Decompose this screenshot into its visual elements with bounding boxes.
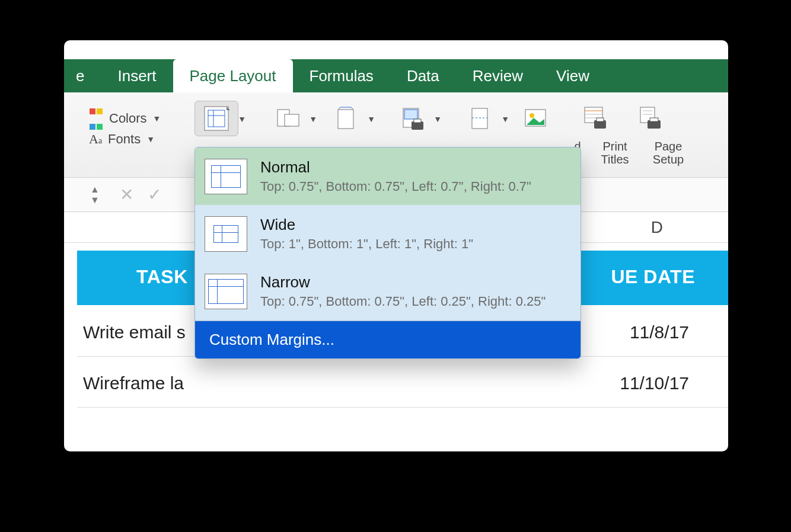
chevron-down-icon: ▼ [501, 114, 509, 124]
orientation-button[interactable]: ▼ [266, 101, 310, 136]
margins-option-wide[interactable]: Wide Top: 1", Bottom: 1", Left: 1", Righ… [195, 205, 581, 262]
header-due-date: UE DATE [611, 266, 695, 288]
margins-option-normal[interactable]: Normal Top: 0.75", Bottom: 0.75", Left: … [195, 148, 581, 205]
tab-page-layout[interactable]: Page Layout [173, 59, 293, 92]
svg-rect-25 [650, 118, 658, 121]
tab-view[interactable]: View [540, 59, 606, 92]
table-row[interactable]: Wireframe la 11/10/17 [77, 359, 728, 408]
svg-point-14 [530, 113, 534, 118]
chevron-down-icon: ▼ [433, 114, 442, 124]
margins-option-custom[interactable]: Custom Margins... [195, 321, 581, 358]
cancel-entry-icon[interactable]: ✕ [120, 185, 133, 204]
option-title: Wide [260, 216, 473, 234]
svg-rect-8 [404, 110, 417, 119]
breaks-button[interactable]: ▼ [458, 101, 502, 136]
fonts-label: Fonts [108, 132, 141, 147]
tab-insert[interactable]: Insert [101, 59, 173, 92]
colors-label: Colors [109, 111, 147, 126]
print-titles-icon [581, 105, 608, 132]
page-setup-icon [636, 105, 663, 132]
tab-formulas[interactable]: Formulas [293, 59, 390, 92]
print-titles-label: Print Titles [588, 140, 642, 166]
svg-rect-6 [338, 110, 353, 129]
svg-rect-20 [597, 118, 604, 121]
margins-narrow-icon [205, 274, 247, 309]
margins-icon [203, 105, 230, 132]
chevron-down-icon: ▼ [146, 134, 155, 144]
fonts-icon: Aa [89, 132, 102, 147]
colors-icon [89, 103, 103, 134]
confirm-entry-icon[interactable]: ✓ [148, 185, 161, 204]
print-area-button[interactable]: ▼ [390, 101, 434, 136]
ribbon-tabs: e Insert Page Layout Formulas Data Revie… [64, 59, 728, 92]
option-title: Normal [260, 158, 531, 177]
breaks-icon [466, 105, 493, 132]
option-sub: Top: 0.75", Bottom: 0.75", Left: 0.7", R… [260, 179, 531, 194]
chevron-down-icon: ▼ [153, 114, 161, 123]
margins-normal-icon [205, 159, 247, 194]
option-title: Narrow [260, 273, 546, 291]
app-window: e Insert Page Layout Formulas Data Revie… [64, 40, 728, 451]
svg-rect-5 [285, 114, 299, 126]
background-button[interactable] [513, 101, 557, 136]
size-icon [332, 105, 359, 132]
print-titles-button[interactable] [573, 101, 617, 136]
cell-due[interactable]: 11/8/17 [630, 322, 689, 342]
theme-colors-button[interactable]: Colors ▼ [89, 103, 161, 134]
chevron-down-icon: ▼ [309, 114, 317, 124]
tab-review[interactable]: Review [456, 59, 540, 92]
row-stepper[interactable]: ▲▼ [82, 184, 108, 206]
cell-task[interactable]: Write email s [83, 322, 186, 342]
page-setup-button[interactable] [627, 101, 671, 136]
orientation-icon [274, 105, 301, 132]
svg-rect-10 [414, 119, 421, 123]
size-button[interactable]: ▼ [324, 101, 368, 136]
picture-icon [522, 105, 549, 132]
header-task: TASK [136, 266, 188, 288]
margins-dropdown: Normal Top: 0.75", Bottom: 0.75", Left: … [194, 147, 581, 359]
tab-fragment[interactable]: e [64, 59, 101, 92]
cell-due[interactable]: 11/10/17 [620, 373, 689, 393]
cell-task[interactable]: Wireframe la [83, 373, 184, 393]
chevron-down-icon: ▼ [238, 114, 246, 124]
option-sub: Top: 0.75", Bottom: 0.75", Left: 0.25", … [260, 294, 546, 309]
margins-wide-icon [205, 216, 247, 252]
option-sub: Top: 1", Bottom: 1", Left: 1", Right: 1" [260, 236, 473, 252]
svg-rect-11 [472, 108, 487, 129]
column-letter-d[interactable]: D [651, 218, 663, 237]
tab-data[interactable]: Data [390, 59, 456, 92]
margins-button[interactable]: ▼ [194, 101, 238, 136]
margins-option-narrow[interactable]: Narrow Top: 0.75", Bottom: 0.75", Left: … [195, 262, 581, 320]
print-area-icon [398, 105, 426, 132]
chevron-down-icon: ▼ [367, 114, 375, 124]
theme-fonts-button[interactable]: Aa Fonts ▼ [89, 132, 155, 147]
page-setup-label: Page Setup [642, 140, 695, 166]
